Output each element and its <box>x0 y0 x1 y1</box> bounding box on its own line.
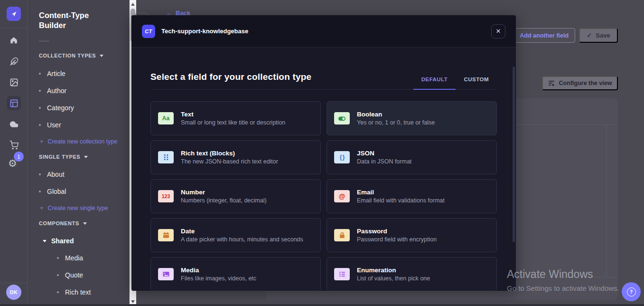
item-label: Article <box>47 70 65 77</box>
sidebar-item-category[interactable]: Category <box>39 104 143 112</box>
field-card-password[interactable]: PasswordPassword field with encryption <box>327 218 497 252</box>
chevron-down-icon <box>100 55 103 57</box>
check-icon: ✓ <box>587 32 592 39</box>
field-card-text[interactable]: Aa TextSmall or long text like title or … <box>150 101 321 135</box>
bullet-icon <box>39 73 41 75</box>
sidebar-item-user[interactable]: User <box>39 121 143 129</box>
field-card-media[interactable]: MediaFiles like images, videos, etc <box>150 257 321 291</box>
enumeration-list-icon <box>334 268 350 280</box>
field-desc: Numbers (integer, float, decimal) <box>181 197 267 204</box>
link-label: Create new collection type <box>48 138 118 145</box>
field-name: Rich text (Blocks) <box>181 150 278 157</box>
close-button[interactable]: ✕ <box>491 24 505 38</box>
sidebar-item-author[interactable]: Author <box>39 87 143 95</box>
table-bottom-divider <box>588 277 618 277</box>
button-label: Save <box>596 32 610 39</box>
field-card-date[interactable]: DateA date picker with hours, minutes an… <box>150 218 321 252</box>
component-group-shared[interactable]: Shared <box>43 237 74 245</box>
create-single-type-link[interactable]: +Create new single type <box>40 204 108 211</box>
field-name: Date <box>181 228 303 235</box>
section-label: SINGLE TYPES <box>39 154 80 160</box>
bullet-icon <box>57 257 59 259</box>
tab-custom[interactable]: CUSTOM <box>456 76 497 89</box>
field-card-enumeration[interactable]: EnumerationList of values, then pick one <box>327 257 497 291</box>
configure-icon <box>548 80 555 86</box>
modal-body: Select a field for your collection type … <box>131 72 516 291</box>
password-lock-icon <box>334 229 350 241</box>
field-card-number[interactable]: 123 NumberNumbers (integer, float, decim… <box>150 179 321 213</box>
modal-heading-row: Select a field for your collection type … <box>150 72 497 90</box>
strapi-logo[interactable] <box>7 7 21 21</box>
field-card-boolean[interactable]: BooleanYes or no, 1 or 0, true or false <box>327 101 497 135</box>
field-desc: Small or long text like title or descrip… <box>181 119 285 126</box>
bullet-icon <box>39 107 41 109</box>
field-name: Email <box>357 189 445 196</box>
create-collection-type-link[interactable]: +Create new collection type <box>40 138 117 145</box>
help-button[interactable]: ? <box>622 282 641 301</box>
date-calendar-icon <box>158 229 174 241</box>
modal-title: Tech-support-knowledgebase <box>161 28 248 35</box>
bullet-icon <box>39 191 41 192</box>
field-desc: List of values, then pick one <box>357 275 430 282</box>
rail-divider <box>0 283 28 283</box>
close-icon: ✕ <box>496 28 501 35</box>
field-name: JSON <box>357 150 411 157</box>
marketplace-cart-icon[interactable] <box>9 140 19 150</box>
subnav-title: Content-Type Builder <box>39 10 105 30</box>
section-label: COLLECTION TYPES <box>39 53 96 58</box>
field-desc: Email field with validations format <box>357 197 445 204</box>
window-bottom-edge <box>0 304 644 306</box>
bullet-icon <box>39 173 41 175</box>
field-desc: The new JSON-based rich text editor <box>181 158 278 165</box>
bullet-icon <box>57 291 59 293</box>
field-card-email[interactable]: @ EmailEmail field with validations form… <box>327 179 497 213</box>
scroll-up-arrow-icon[interactable] <box>131 3 135 6</box>
sidebar-item-article[interactable]: Article <box>39 70 143 77</box>
chevron-down-icon <box>43 240 47 242</box>
content-type-builder-subnav: Content-Type Builder COLLECTION TYPES 4 … <box>28 0 130 306</box>
bullet-icon <box>39 90 41 92</box>
chevron-down-icon <box>83 222 87 225</box>
table-right-divider <box>606 125 607 277</box>
modal-header: CT Tech-support-knowledgebase ✕ <box>131 15 516 48</box>
item-label: User <box>47 121 61 129</box>
plus-icon: + <box>40 204 44 211</box>
configure-the-view-button[interactable]: Configure the view <box>542 76 618 90</box>
field-card-rich-text-blocks[interactable]: Rich text (Blocks)The new JSON-based ric… <box>150 140 321 174</box>
field-desc: Password field with encryption <box>357 236 437 243</box>
field-desc: Files like images, videos, etc <box>181 275 256 282</box>
item-label: About <box>47 171 65 178</box>
cloud-icon[interactable] <box>9 119 19 129</box>
media-picture-icon <box>158 268 174 280</box>
field-name: Boolean <box>357 111 435 118</box>
item-label: Rich text <box>65 288 91 296</box>
modal-scrollbar-thumb[interactable] <box>513 67 515 242</box>
settings-notification-badge: 1 <box>14 152 24 162</box>
item-label: Global <box>47 188 66 195</box>
field-card-json[interactable]: { } JSONData in JSON format <box>327 140 497 174</box>
media-library-icon[interactable] <box>9 77 19 87</box>
sidebar-item-about[interactable]: About <box>39 171 143 178</box>
field-name: Media <box>181 267 256 274</box>
rail-divider <box>0 28 28 28</box>
section-label: COMPONENTS <box>39 220 79 226</box>
content-manager-icon[interactable] <box>9 57 19 66</box>
user-avatar[interactable]: DK <box>6 285 21 300</box>
save-button[interactable]: ✓ Save <box>579 28 618 43</box>
json-braces-icon: { } <box>334 151 350 163</box>
content-type-badge: CT <box>142 25 155 38</box>
add-another-field-button[interactable]: + Add another field <box>506 28 575 43</box>
scroll-down-arrow-icon[interactable] <box>131 300 135 303</box>
chevron-down-icon <box>84 156 88 158</box>
button-label: Add another field <box>520 32 569 39</box>
bullet-icon <box>57 274 59 276</box>
home-icon[interactable] <box>9 36 19 45</box>
tab-default[interactable]: DEFAULT <box>413 76 456 89</box>
sidebar-item-global[interactable]: Global <box>39 188 143 195</box>
app-root: 1 ⚙ DK Content-Type Builder COLLECTION T… <box>0 0 644 306</box>
bullet-icon <box>39 124 41 126</box>
content-type-builder-icon[interactable] <box>7 96 21 110</box>
field-name: Text <box>181 111 285 118</box>
field-type-grid: Aa TextSmall or long text like title or … <box>150 101 497 291</box>
subnav-divider <box>39 41 49 41</box>
